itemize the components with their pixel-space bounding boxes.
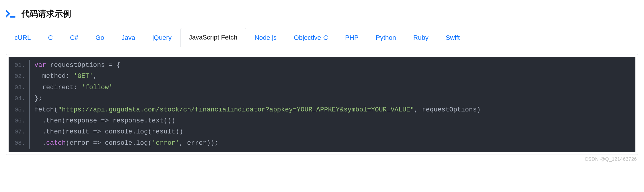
code-content: .catch(error => console.log('error', err… bbox=[29, 138, 219, 149]
tab-jquery[interactable]: jQuery bbox=[144, 28, 180, 47]
code-token: requestOptions = { bbox=[50, 62, 121, 69]
code-token: fetch( bbox=[34, 106, 58, 114]
line-number: 01. bbox=[9, 60, 29, 70]
code-token: , bbox=[93, 73, 97, 80]
code-token: (error => console.log( bbox=[66, 139, 152, 147]
line-number: 02. bbox=[9, 71, 29, 81]
code-panel: 01.var requestOptions = {02. method: 'GE… bbox=[6, 54, 638, 155]
code-content: fetch("https://api.gugudata.com/stock/cn… bbox=[29, 104, 481, 115]
code-content: .then(response => response.text()) bbox=[29, 115, 175, 126]
code-line: 01.var requestOptions = { bbox=[9, 60, 635, 71]
code-token: .then(result => console.log(result)) bbox=[34, 128, 183, 136]
line-number: 07. bbox=[9, 127, 29, 137]
line-number: 03. bbox=[9, 83, 29, 93]
terminal-icon bbox=[6, 10, 15, 18]
code-line: 05.fetch("https://api.gugudata.com/stock… bbox=[9, 104, 635, 115]
code-line: 02. method: 'GET', bbox=[9, 71, 635, 82]
code-token: 'GET' bbox=[74, 73, 93, 80]
code-token: }; bbox=[34, 95, 42, 102]
code-line: 07. .then(result => console.log(result)) bbox=[9, 126, 635, 137]
code-token: 'error' bbox=[152, 139, 179, 147]
section-header: 代码请求示例 bbox=[6, 0, 638, 28]
code-token: .then(response => response.text()) bbox=[34, 117, 175, 125]
tab-swift[interactable]: Swift bbox=[437, 28, 468, 47]
tab-c[interactable]: C bbox=[39, 28, 61, 47]
watermark: CSDN @Q_121463726 bbox=[6, 155, 638, 162]
code-token: "https://api.gugudata.com/stock/cn/finan… bbox=[58, 106, 414, 114]
line-number: 05. bbox=[9, 105, 29, 115]
tab-python[interactable]: Python bbox=[367, 28, 405, 47]
code-token: method: bbox=[34, 73, 74, 80]
tab-go[interactable]: Go bbox=[87, 28, 113, 47]
code-line: 04.}; bbox=[9, 93, 635, 104]
code-content: .then(result => console.log(result)) bbox=[29, 126, 183, 137]
code-block: 01.var requestOptions = {02. method: 'GE… bbox=[9, 57, 635, 152]
line-number: 06. bbox=[9, 116, 29, 126]
code-token: . bbox=[34, 139, 46, 147]
code-content: }; bbox=[29, 93, 42, 104]
code-line: 08. .catch(error => console.log('error',… bbox=[9, 138, 635, 149]
tab-php[interactable]: PHP bbox=[337, 28, 367, 47]
tab-node-js[interactable]: Node.js bbox=[246, 28, 286, 47]
section-title: 代码请求示例 bbox=[21, 8, 71, 20]
tab-javascript-fetch[interactable]: JavaScript Fetch bbox=[180, 28, 246, 47]
code-line: 03. redirect: 'follow' bbox=[9, 82, 635, 93]
tab-java[interactable]: Java bbox=[113, 28, 144, 47]
code-content: redirect: 'follow' bbox=[29, 82, 113, 93]
code-token: redirect: bbox=[34, 84, 81, 91]
code-token: 'follow' bbox=[81, 84, 113, 91]
tab-objective-c[interactable]: Objective-C bbox=[285, 28, 337, 47]
code-content: var requestOptions = { bbox=[29, 60, 120, 71]
code-token: catch bbox=[46, 139, 66, 147]
tab-c-[interactable]: C# bbox=[61, 28, 87, 47]
line-number: 04. bbox=[9, 94, 29, 104]
code-token: , error)); bbox=[179, 139, 219, 147]
line-number: 08. bbox=[9, 138, 29, 148]
code-token: var bbox=[34, 62, 50, 69]
code-line: 06. .then(response => response.text()) bbox=[9, 115, 635, 126]
tab-ruby[interactable]: Ruby bbox=[405, 28, 437, 47]
language-tabs: cURLCC#GoJavajQueryJavaScript FetchNode.… bbox=[6, 28, 638, 47]
code-token: , requestOptions) bbox=[414, 106, 481, 114]
code-content: method: 'GET', bbox=[29, 71, 97, 82]
tab-curl[interactable]: cURL bbox=[6, 28, 39, 47]
